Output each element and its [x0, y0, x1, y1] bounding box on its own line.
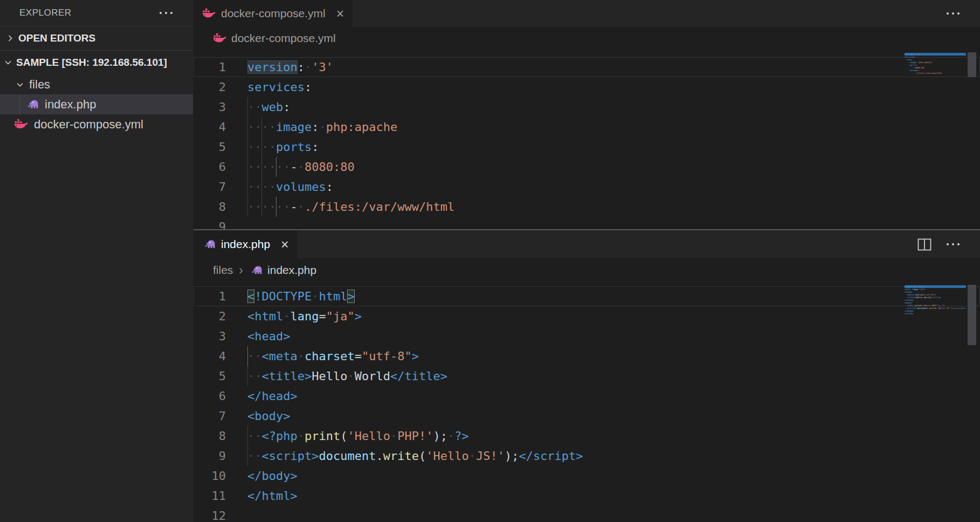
code-line[interactable]: 2services:	[194, 77, 980, 97]
code-line[interactable]: 9	[194, 217, 980, 229]
tab-index-php[interactable]: index.php ×	[194, 230, 298, 258]
code-line[interactable]: 8······-·./files:/var/www/html	[194, 197, 980, 217]
docker-icon	[202, 8, 216, 19]
breadcrumb-item[interactable]: docker-compose.yml	[231, 32, 336, 45]
tree-item-docker-compose-yml[interactable]: docker-compose.yml	[0, 114, 193, 134]
indent-guide	[247, 366, 248, 386]
code-token: ··	[247, 349, 262, 363]
code-token: "ja"	[326, 310, 355, 323]
code-token: ·	[447, 429, 454, 443]
minimap[interactable]: <!DOCTYPE·html><html·lang="ja"><head>··<…	[905, 285, 966, 318]
code-line[interactable]: 4··<meta·charset="utf-8">	[194, 346, 980, 366]
code-token: write	[929, 307, 936, 310]
explorer-header: EXPLORER	[0, 0, 193, 26]
tree-item-files[interactable]: files	[0, 74, 193, 94]
code-line[interactable]: 6······-·8080:80	[194, 157, 980, 177]
line-number: 7	[194, 406, 247, 426]
code-line[interactable]: 10</body>	[194, 466, 980, 486]
line-number: 10	[194, 466, 247, 486]
code-token: <head>	[247, 329, 290, 343]
more-actions-icon[interactable]	[947, 12, 960, 15]
indent-guide	[247, 117, 248, 137]
code-line[interactable]: 7<body>	[194, 406, 980, 426]
tree-item-index-php[interactable]: index.php	[0, 94, 193, 114]
split-editor-icon[interactable]	[917, 238, 931, 251]
code-token: =	[355, 349, 362, 363]
code-line[interactable]: 8··<?php·print('Hello·PHP!');·?>	[194, 426, 980, 446]
code-token: ··	[247, 100, 262, 114]
line-number: 3	[194, 326, 247, 346]
code-token: -	[290, 200, 297, 214]
code-token: charset	[305, 349, 355, 363]
indent-guide	[247, 137, 248, 157]
code-line[interactable]: 3<head>	[194, 326, 980, 346]
code-line[interactable]: 4····image:·php:apache	[194, 117, 980, 137]
code-token: <meta	[262, 349, 298, 363]
breadcrumb-item[interactable]: files	[213, 264, 233, 277]
scrollbar-slider[interactable]	[968, 285, 976, 345]
code-line[interactable]: 11</html>	[194, 486, 980, 506]
line-number: 8	[194, 197, 247, 217]
scrollbar	[966, 282, 980, 522]
code-line[interactable]: 6</head>	[194, 386, 980, 406]
code-token: :	[326, 180, 333, 194]
code-token: ··	[247, 449, 262, 463]
code-editor-docker-compose: 1version:·'3'2services:3··web:4····image…	[194, 50, 980, 229]
code-token: <?php	[262, 429, 298, 443]
code-token: >	[412, 349, 419, 363]
code-token: (	[340, 429, 347, 443]
code-line[interactable]: 1version:·'3'	[194, 57, 980, 77]
line-number: 8	[194, 426, 247, 446]
scrollbar-slider[interactable]	[968, 52, 976, 77]
minimap[interactable]: version:·'3'services:··web:····image:·ph…	[905, 53, 966, 77]
breadcrumb: docker-compose.yml	[194, 27, 980, 50]
indent-guide	[247, 97, 248, 117]
close-icon[interactable]: ×	[336, 7, 344, 20]
code-token: <title>	[262, 369, 312, 383]
code-token: version	[247, 60, 298, 74]
code-token: ·	[298, 429, 305, 443]
code-token: ports	[276, 140, 312, 154]
php-icon	[25, 99, 39, 110]
code-token: </head>	[247, 389, 298, 403]
open-editors-section[interactable]: OPEN EDITORS	[0, 26, 193, 51]
more-actions-icon[interactable]	[947, 243, 960, 245]
code-line[interactable]: 12	[194, 506, 980, 522]
code-line[interactable]: 3··web:	[194, 97, 980, 117]
editor-actions-bottom	[917, 230, 980, 258]
code-token: JS!'	[476, 449, 505, 463]
code-line[interactable]: 2<html·lang="ja">	[194, 306, 980, 326]
tab-docker-compose-yml[interactable]: docker-compose.yml ×	[194, 0, 353, 27]
code-token: 'Hello	[937, 307, 944, 310]
code-line[interactable]: 7····volumes:	[194, 177, 980, 197]
project-section[interactable]: SAMPLE [SSH: 192.168.56.101]	[0, 51, 193, 74]
scrollbar	[966, 50, 980, 229]
tabbar-bottom: index.php ×	[194, 230, 980, 258]
explorer-more-icon[interactable]	[160, 12, 172, 14]
code-line[interactable]: 5····ports:	[194, 137, 980, 157]
code-line[interactable]: 5··<title>Hello·World</title>	[194, 366, 980, 386]
close-icon[interactable]: ×	[281, 238, 289, 251]
indent-guide	[247, 157, 248, 177]
code-line[interactable]: 1<!DOCTYPE·html>	[194, 286, 980, 306]
code-token: :	[305, 80, 312, 94]
editor-area: docker-compose.yml × docker-compose.yml …	[193, 0, 980, 522]
indent-guide	[247, 197, 248, 217]
code-token: );	[505, 449, 519, 463]
code-token: :	[283, 100, 290, 114]
code-token: services	[247, 80, 305, 94]
code-token: ·	[469, 449, 476, 463]
editor-group-bottom: index.php × files›index.php 1<!DOCTYPE·h…	[194, 230, 980, 522]
code-token: JS!'	[946, 307, 951, 310]
minimap-line	[905, 74, 966, 77]
code-line[interactable]: 9··<script>document.write('Hello·JS!');<…	[194, 446, 980, 466]
code-token: (	[419, 449, 426, 463]
tree-item-label: index.php	[45, 98, 96, 112]
explorer-title: EXPLORER	[19, 8, 72, 18]
breadcrumb-item[interactable]: index.php	[267, 264, 316, 277]
indent-guide	[247, 177, 248, 197]
indent-guide	[276, 157, 277, 177]
line-number: 9	[194, 446, 247, 466]
docker-icon	[14, 119, 28, 130]
open-editors-label: OPEN EDITORS	[18, 32, 95, 44]
